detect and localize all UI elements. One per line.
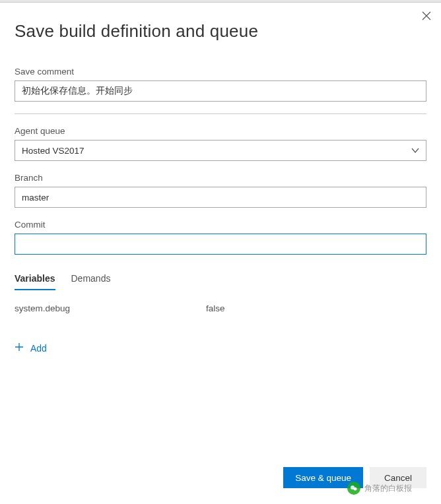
commit-field-group: Commit [15,220,426,255]
plus-icon [15,342,24,354]
agent-queue-field-group: Agent queue Hosted VS2017 [15,126,426,161]
commit-input[interactable] [15,234,426,255]
variable-name: system.debug [15,303,206,313]
wechat-icon [347,482,360,495]
table-row: system.debug false [15,301,426,316]
save-comment-field-group: Save comment [15,67,426,102]
agent-queue-select-value[interactable]: Hosted VS2017 [15,140,426,161]
svg-point-1 [354,488,357,491]
variable-value: false [206,303,426,313]
branch-label: Branch [15,173,426,183]
divider [15,113,426,114]
watermark: 角落的白板报 [347,482,412,495]
save-comment-input[interactable] [15,80,426,102]
close-button[interactable] [420,11,433,24]
tabs: Variables Demands [15,273,426,290]
branch-input[interactable] [15,187,426,208]
add-label: Add [30,343,47,354]
branch-field-group: Branch [15,173,426,208]
save-comment-label: Save comment [15,67,426,77]
tab-demands[interactable]: Demands [71,273,111,290]
dialog-content: Save build definition and queue Save com… [0,3,441,354]
add-button[interactable]: Add [15,342,426,354]
agent-queue-label: Agent queue [15,126,426,136]
tab-variables[interactable]: Variables [15,273,55,290]
watermark-text: 角落的白板报 [364,483,412,494]
variables-table: system.debug false [15,301,426,316]
dialog-title: Save build definition and queue [15,21,426,42]
close-icon [422,11,431,23]
commit-label: Commit [15,220,426,230]
agent-queue-select[interactable]: Hosted VS2017 [15,140,426,161]
